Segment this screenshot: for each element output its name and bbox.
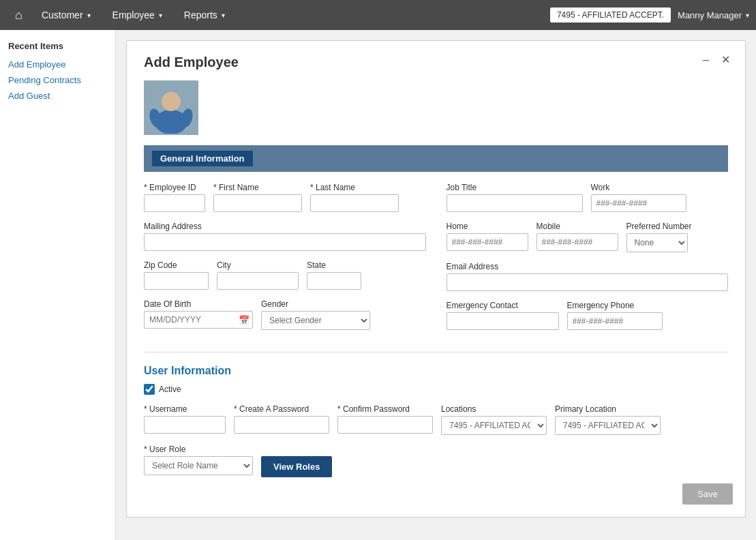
mailing-address-input[interactable] bbox=[144, 233, 426, 251]
city-input[interactable] bbox=[217, 272, 299, 290]
preferred-number-label: Preferred Number bbox=[626, 222, 692, 231]
row-user-fields: * Username * Create A Password * Confirm… bbox=[144, 404, 728, 435]
group-city: City bbox=[217, 260, 299, 290]
emergency-phone-input[interactable] bbox=[567, 312, 663, 330]
nav-employee-chevron-icon: ▾ bbox=[159, 12, 162, 19]
confirm-password-input[interactable] bbox=[337, 416, 433, 434]
right-column: Job Title Work Home bbox=[447, 183, 729, 340]
view-roles-button[interactable]: View Roles bbox=[261, 456, 332, 477]
gender-select[interactable]: Select Gender Male Female Other bbox=[261, 311, 370, 330]
last-name-input[interactable] bbox=[310, 194, 399, 212]
primary-location-select[interactable]: 7495 - AFFILIATED ACCEF bbox=[555, 416, 661, 435]
city-label: City bbox=[217, 260, 299, 270]
group-username: * Username bbox=[144, 404, 226, 434]
create-password-label: * Create A Password bbox=[234, 404, 329, 414]
email-input[interactable] bbox=[447, 273, 729, 291]
mobile-label: Mobile bbox=[536, 222, 618, 231]
emergency-contact-label: Emergency Contact bbox=[447, 301, 559, 310]
first-name-label: * First Name bbox=[213, 183, 302, 192]
save-button[interactable]: Save bbox=[682, 483, 733, 505]
form-panel: Add Employee – ✕ bbox=[126, 40, 746, 518]
row-job-work: Job Title Work bbox=[447, 183, 729, 212]
home-input[interactable] bbox=[447, 233, 528, 251]
group-work: Work bbox=[591, 183, 686, 212]
group-last-name: * Last Name bbox=[310, 183, 399, 212]
dob-input[interactable] bbox=[144, 311, 253, 329]
nav-employee-label: Employee bbox=[112, 10, 155, 20]
avatar-area bbox=[144, 80, 728, 135]
sidebar-item-add-employee[interactable]: Add Employee bbox=[0, 57, 115, 72]
group-mailing-address: Mailing Address bbox=[144, 222, 426, 251]
group-create-password: * Create A Password bbox=[234, 404, 329, 434]
svg-point-1 bbox=[162, 92, 181, 111]
nav-customer[interactable]: Customer ▾ bbox=[31, 0, 102, 30]
row-mailing: Mailing Address bbox=[144, 222, 426, 251]
section-divider bbox=[144, 352, 728, 352]
job-title-label: Job Title bbox=[447, 183, 583, 192]
home-label: Home bbox=[447, 222, 528, 231]
row-zip-city-state: Zip Code City State bbox=[144, 260, 426, 290]
group-state: State bbox=[307, 260, 361, 290]
primary-location-label: Primary Location bbox=[555, 404, 661, 414]
preferred-number-select[interactable]: None Home Mobile Work bbox=[626, 233, 688, 252]
row-email: Email Address bbox=[447, 262, 729, 291]
nav-reports-chevron-icon: ▾ bbox=[222, 12, 225, 19]
emergency-contact-input[interactable] bbox=[447, 312, 559, 330]
close-button[interactable]: ✕ bbox=[719, 53, 733, 66]
avatar bbox=[144, 80, 198, 135]
user-role-select[interactable]: Select Role Name bbox=[144, 456, 253, 475]
group-emergency-contact: Emergency Contact bbox=[447, 301, 559, 330]
nav-employee[interactable]: Employee ▾ bbox=[102, 0, 173, 30]
username-input[interactable] bbox=[144, 416, 226, 434]
job-title-input[interactable] bbox=[447, 194, 583, 212]
general-info-header: General Information bbox=[144, 145, 728, 172]
panel-title: Add Employee bbox=[144, 55, 728, 70]
group-employee-id: * Employee ID bbox=[144, 183, 205, 212]
calendar-icon[interactable]: 📅 bbox=[239, 315, 250, 325]
group-preferred-number: Preferred Number None Home Mobile Work bbox=[626, 222, 692, 252]
nav-customer-chevron-icon: ▾ bbox=[87, 12, 91, 19]
email-label: Email Address bbox=[447, 262, 729, 271]
state-label: State bbox=[307, 260, 361, 270]
user-menu[interactable]: Manny Manager ▾ bbox=[678, 10, 749, 20]
group-emergency-phone: Emergency Phone bbox=[567, 301, 663, 330]
emergency-phone-label: Emergency Phone bbox=[567, 301, 663, 310]
user-role-label: * User Role bbox=[144, 445, 253, 454]
first-name-input[interactable] bbox=[213, 194, 302, 212]
nav-customer-label: Customer bbox=[42, 10, 83, 20]
zip-code-label: Zip Code bbox=[144, 260, 209, 270]
main-content: Add Employee – ✕ bbox=[116, 30, 756, 540]
group-user-role: * User Role Select Role Name bbox=[144, 445, 253, 475]
sidebar-title: Recent Items bbox=[0, 37, 115, 57]
home-button[interactable]: ⌂ bbox=[7, 8, 31, 22]
work-label: Work bbox=[591, 183, 686, 192]
minimize-button[interactable]: – bbox=[700, 53, 712, 66]
employee-id-label: * Employee ID bbox=[144, 183, 205, 192]
nav-reports[interactable]: Reports ▾ bbox=[173, 0, 236, 30]
mailing-address-label: Mailing Address bbox=[144, 222, 426, 231]
group-view-roles: View Roles bbox=[261, 445, 332, 477]
group-mobile: Mobile bbox=[536, 222, 618, 251]
zip-input[interactable] bbox=[144, 272, 209, 290]
confirm-password-label: * Confirm Password bbox=[337, 404, 433, 414]
active-label: Active bbox=[159, 385, 181, 394]
user-chevron-icon: ▾ bbox=[746, 12, 749, 19]
sidebar: Recent Items Add Employee Pending Contra… bbox=[0, 30, 116, 540]
general-info-body: * Employee ID * First Name * Last Name bbox=[144, 183, 728, 340]
create-password-input[interactable] bbox=[234, 416, 329, 434]
work-input[interactable] bbox=[591, 194, 686, 212]
sidebar-item-add-guest[interactable]: Add Guest bbox=[0, 88, 115, 104]
active-checkbox[interactable] bbox=[144, 384, 155, 395]
main-layout: Recent Items Add Employee Pending Contra… bbox=[0, 30, 756, 540]
sidebar-item-pending-contracts[interactable]: Pending Contracts bbox=[0, 72, 115, 88]
state-input[interactable] bbox=[307, 272, 361, 290]
locations-select[interactable]: 7495 - AFFILIATED ACCEF bbox=[441, 416, 547, 435]
row-dob-gender: Date Of Birth 📅 Gender Select Gender Mal… bbox=[144, 299, 426, 330]
username-label: * Username bbox=[144, 404, 226, 414]
mobile-input[interactable] bbox=[536, 233, 618, 251]
user-name: Manny Manager bbox=[678, 10, 742, 20]
last-name-label: * Last Name bbox=[310, 183, 399, 192]
location-display: 7495 - AFFILIATED ACCEPT. bbox=[550, 7, 671, 22]
employee-id-input[interactable] bbox=[144, 194, 205, 212]
row-user-role: * User Role Select Role Name View Roles bbox=[144, 445, 728, 477]
